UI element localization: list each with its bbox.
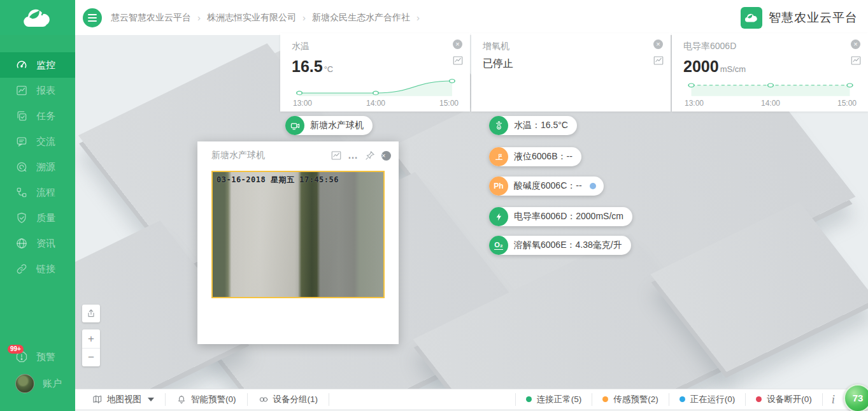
sidebar-item-links[interactable]: 链接: [0, 256, 75, 282]
chevron-right-icon: [197, 12, 201, 23]
card-aerator: 增氧机 已停止: [471, 33, 671, 112]
gauge-icon: [15, 59, 28, 71]
status-dot-icon: [590, 183, 596, 189]
lightning-bolt-icon: [489, 207, 508, 226]
camera-popup: 新塘水产球机 … 03-16-2018 星期五 17:45:56: [197, 141, 399, 344]
flow-icon: [15, 186, 28, 199]
map-zoom-control: + −: [82, 329, 100, 366]
sidebar-menu: 监控 报表 任务 交流 溯源 流程 质量 资讯: [0, 52, 75, 282]
device-marker-label: 新塘水产球机: [304, 120, 373, 131]
breadcrumb-item-company[interactable]: 株洲志恒实业有限公司: [207, 12, 296, 24]
chevron-down-icon: [148, 398, 154, 401]
orange-dot-icon: [602, 396, 608, 402]
status-label: 正在运行(0): [690, 394, 736, 405]
hide-card-button[interactable]: [653, 40, 663, 49]
close-popup-button[interactable]: [381, 151, 391, 161]
open-chart-button[interactable]: [653, 55, 664, 69]
sidebar-item-label: 监控: [36, 59, 55, 71]
line-chart-icon: [850, 55, 862, 66]
brand-title: 智慧农业云平台: [769, 10, 858, 26]
sparkline-time-axis: 13:0014:0015:00: [292, 98, 460, 108]
oxygen-icon: O₂: [489, 236, 508, 255]
tasks-icon: [15, 110, 28, 122]
camera-popup-title: 新塘水产球机: [211, 150, 325, 161]
map-view-selector[interactable]: 地图视图: [82, 393, 166, 406]
green-dot-icon: [526, 396, 532, 402]
sparkline-time-axis: 13:0014:0015:00: [683, 98, 858, 108]
info-icon: i: [822, 393, 839, 406]
app-logo: [0, 0, 75, 35]
history-chart-button[interactable]: [331, 150, 342, 161]
blue-dot-icon: [679, 396, 685, 402]
card-conductivity: 电导率6006D 2000 mS/cm 13:0014:0015:00: [672, 33, 868, 112]
smart-alerts-button[interactable]: 智能预警(0): [166, 393, 248, 406]
card-value: 2000: [683, 57, 719, 76]
pin-button[interactable]: [364, 150, 376, 161]
export-view-button[interactable]: [82, 305, 100, 322]
sensor-pill-conductivity[interactable]: 电导率6006D：2000mS/cm: [489, 207, 632, 226]
sensor-cards-row: 水温 16.5 °C 13:0014:0015:00 增氧机 已停止: [280, 33, 868, 112]
breadcrumb-item-platform[interactable]: 慧云智慧农业云平台: [111, 12, 191, 24]
hide-card-button[interactable]: [851, 40, 860, 49]
open-chart-button[interactable]: [850, 55, 862, 69]
cloud-leaf-icon: [21, 6, 54, 29]
sidebar-item-account[interactable]: 账户: [0, 370, 75, 397]
sidebar-item-label: 报表: [36, 85, 55, 97]
camera-icon: [285, 116, 304, 135]
sensor-pill-label: 液位6006B：--: [508, 151, 581, 162]
sensor-pill-label: 酸碱度6006C：--: [508, 180, 591, 192]
thermometer-icon: [489, 116, 508, 135]
level-gauge-icon: [489, 147, 508, 166]
sidebar-item-trace[interactable]: 溯源: [0, 154, 75, 180]
device-groups-label: 设备分组(1): [273, 394, 318, 405]
sensor-pill-dissolved-oxygen[interactable]: O₂ 溶解氧6006E：4.38毫克/升: [489, 236, 631, 255]
share-export-icon: [86, 308, 96, 319]
sidebar-item-tasks[interactable]: 任务: [0, 103, 75, 129]
sidebar-item-label: 质量: [36, 212, 55, 224]
status-connected[interactable]: 连接正常(5): [515, 393, 592, 406]
sidebar-item-label: 账户: [43, 378, 62, 390]
bell-icon: [176, 394, 187, 405]
device-groups-button[interactable]: 设备分组(1): [248, 393, 330, 406]
chevron-right-icon: [416, 12, 420, 23]
zoom-out-button[interactable]: −: [82, 349, 100, 367]
card-water-temp: 水温 16.5 °C 13:0014:0015:00: [280, 33, 470, 112]
status-sensor-warning[interactable]: 传感预警(2): [592, 393, 669, 406]
line-chart-icon: [452, 55, 464, 66]
status-disconnected[interactable]: 设备断开(0): [745, 393, 822, 406]
ph-icon: Ph: [489, 177, 508, 196]
device-marker-camera[interactable]: 新塘水产球机: [285, 116, 373, 135]
zoom-in-button[interactable]: +: [82, 329, 100, 349]
sidebar-item-quality[interactable]: 质量: [0, 205, 75, 231]
breadcrumb-item-site[interactable]: 新塘众民生态水产合作社: [312, 12, 410, 24]
sidebar-item-label: 任务: [36, 110, 55, 122]
sensor-pill-water-temp[interactable]: 水温：16.5°C: [489, 116, 577, 135]
sidebar-item-label: 溯源: [36, 161, 55, 173]
more-options-button[interactable]: …: [348, 152, 359, 159]
hamburger-menu-button[interactable]: [83, 8, 102, 27]
sidebar-item-alerts[interactable]: 99+ 预警: [0, 343, 75, 370]
hide-card-button[interactable]: [453, 40, 462, 49]
chat-icon: [15, 135, 28, 148]
card-title: 水温: [292, 41, 460, 52]
score-badge[interactable]: 73: [844, 384, 868, 411]
status-running[interactable]: 正在运行(0): [669, 393, 746, 406]
smart-alerts-label: 智能预警(0): [191, 394, 236, 405]
card-title: 增氧机: [483, 41, 660, 52]
status-label: 传感预警(2): [613, 394, 658, 405]
sidebar-item-label: 预警: [36, 351, 55, 363]
brand: 智慧农业云平台: [741, 7, 858, 29]
status-label: 设备断开(0): [767, 394, 812, 405]
sidebar-item-label: 流程: [36, 187, 55, 199]
sensor-pill-ph[interactable]: Ph 酸碱度6006C：--: [489, 177, 604, 196]
camera-popup-header: 新塘水产球机 …: [197, 141, 399, 169]
sidebar-item-reports[interactable]: 报表: [0, 78, 75, 103]
sidebar-item-monitor[interactable]: 监控: [0, 52, 75, 78]
sidebar-item-chat[interactable]: 交流: [0, 129, 75, 154]
open-chart-button[interactable]: [452, 55, 464, 69]
alert-count-badge: 99+: [8, 345, 24, 354]
map-view-label: 地图视图: [107, 394, 141, 405]
sidebar-item-flow[interactable]: 流程: [0, 180, 75, 205]
sensor-pill-level[interactable]: 液位6006B：--: [489, 147, 581, 166]
sidebar-item-news[interactable]: 资讯: [0, 231, 75, 256]
